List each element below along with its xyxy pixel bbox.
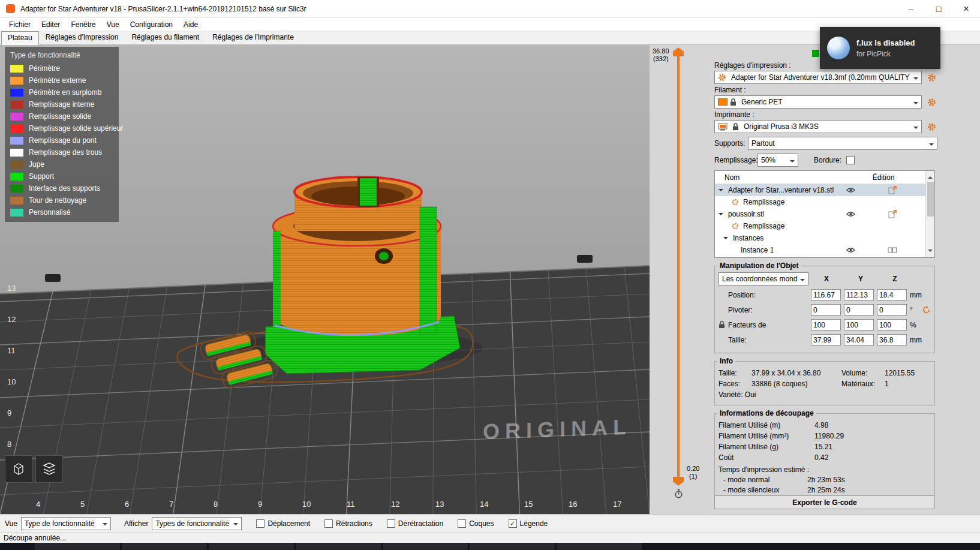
visibility-eye-icon[interactable] (841, 187, 859, 193)
legende-checkbox[interactable] (509, 519, 517, 528)
position-z-input[interactable] (877, 289, 907, 300)
view-layers-button[interactable] (35, 455, 63, 483)
rotate-x-input[interactable] (811, 304, 841, 315)
object-list-header: Nom Édition (715, 171, 934, 184)
deretractation-checkbox[interactable] (387, 519, 395, 528)
setting-row-remplissage[interactable]: Remplissage (715, 220, 934, 232)
deplacement-checkbox[interactable] (256, 519, 264, 528)
filament-m-value: 4.98 (814, 421, 828, 429)
maximize-button[interactable]: □ (925, 0, 952, 17)
coques-checkbox[interactable] (458, 519, 466, 528)
taskbar-item[interactable] (122, 543, 207, 550)
checkbox-legende[interactable]: Légende (509, 519, 548, 528)
filament-combo[interactable]: Generic PET (714, 95, 922, 109)
scale-lock-icon[interactable] (719, 321, 728, 329)
infill-combo[interactable]: 50% (757, 154, 798, 167)
layer-slider-range[interactable] (677, 55, 680, 478)
export-gcode-button[interactable]: Exporter le G-code (714, 495, 935, 509)
minimize-button[interactable]: – (897, 0, 925, 17)
mode-simple-icon (812, 50, 819, 57)
brim-checkbox[interactable] (846, 156, 855, 164)
size-y-input[interactable] (844, 334, 874, 345)
vue-combo[interactable]: Type de fonctionnalité (21, 517, 111, 530)
infill-setting-icon (732, 223, 739, 230)
cost-value: 0.42 (814, 453, 828, 462)
afficher-combo[interactable]: Types de fonctionnalité (152, 517, 242, 530)
menu-vue[interactable]: Vue (101, 18, 125, 31)
checkbox-deplacement[interactable]: Déplacement (256, 519, 310, 528)
layer-slider-handle-bottom[interactable] (673, 477, 684, 486)
legend-label: Remplissage du pont (29, 136, 97, 145)
layer-time-clock-icon[interactable] (674, 489, 683, 500)
object-row-adapter[interactable]: Adapter for Star...venturer v18.stl (715, 184, 934, 196)
scale-x-input[interactable] (811, 319, 841, 330)
rotate-z-input[interactable] (877, 304, 907, 315)
expander-icon[interactable] (719, 189, 723, 194)
position-y-input[interactable] (844, 289, 874, 300)
menu-fichier[interactable]: Fichier (4, 18, 36, 31)
setting-row-remplissage[interactable]: Remplissage (715, 196, 934, 208)
model-object[interactable] (177, 177, 483, 390)
printer-combo[interactable]: Original Prusa i3 MK3S (714, 120, 922, 133)
taskbar-item[interactable] (557, 543, 642, 550)
viewport-3d[interactable]: ORIGINAL 4567891011121314151617 13121110… (0, 45, 650, 514)
expander-icon[interactable] (723, 237, 728, 242)
instances-group-row[interactable]: Instances (715, 232, 934, 244)
tab-reglages-filament[interactable]: Réglages du filament (125, 31, 206, 44)
scrollbar-thumb[interactable] (927, 182, 934, 217)
taskbar-item[interactable] (209, 543, 294, 550)
menu-editer[interactable]: Editer (36, 18, 65, 31)
coordinate-system-combo[interactable]: Les coordonnées mondi (719, 272, 808, 285)
size-z-input[interactable] (877, 334, 907, 345)
instance-row[interactable]: Instance 1 (715, 244, 934, 256)
menu-aide[interactable]: Aide (178, 18, 203, 31)
flux-logo-icon (827, 37, 850, 59)
filament-gear-button[interactable] (925, 96, 937, 108)
windows-taskbar (0, 543, 980, 550)
tab-reglages-imprimante[interactable]: Réglages de l'Imprimante (206, 31, 300, 44)
scroll-up-icon[interactable] (928, 174, 933, 179)
scale-z-input[interactable] (877, 319, 907, 330)
checkbox-deretractation[interactable]: Dérétractation (387, 519, 443, 528)
size-x-input[interactable] (811, 334, 841, 345)
checkbox-retractions[interactable]: Rétractions (324, 519, 372, 528)
taskbar-item[interactable] (296, 543, 381, 550)
title-bar: Adapter for Star Adventurer v18 - PrusaS… (0, 0, 980, 18)
checkbox-coques[interactable]: Coques (458, 519, 494, 528)
printer-gear-button[interactable] (925, 121, 937, 133)
object-settings-icon[interactable] (859, 186, 925, 194)
instances-icon[interactable] (859, 247, 925, 254)
legend-item: Périmètre (5, 62, 119, 74)
flux-notification[interactable]: f.lux is disabled for PicPick (820, 27, 940, 69)
print-settings-gear-button[interactable] (925, 71, 937, 83)
reset-rotation-icon[interactable] (922, 305, 931, 314)
view-3d-button[interactable] (5, 455, 32, 483)
taskbar-item[interactable] (383, 543, 468, 550)
object-list-scrollbar[interactable] (925, 171, 934, 257)
tab-reglages-impression[interactable]: Réglages d'Impression (39, 31, 125, 44)
taskbar-item[interactable] (35, 543, 120, 550)
expander-icon[interactable] (719, 213, 723, 218)
tab-plateau[interactable]: Plateau (1, 31, 39, 45)
supports-label: Supports: (714, 139, 748, 148)
close-button[interactable]: × (952, 0, 980, 17)
layer-top-height: 36.80 (653, 47, 669, 55)
supports-combo[interactable]: Partout (748, 137, 937, 150)
visibility-eye-icon[interactable] (841, 247, 859, 253)
scale-y-input[interactable] (844, 319, 874, 330)
legend-item: Tour de nettoyage (5, 194, 119, 206)
scroll-down-icon[interactable] (928, 250, 933, 254)
position-x-input[interactable] (811, 289, 841, 300)
visibility-eye-icon[interactable] (841, 211, 859, 217)
menu-fenetre[interactable]: Fenêtre (65, 18, 101, 31)
rotate-y-input[interactable] (844, 304, 874, 315)
taskbar-item[interactable] (470, 543, 555, 550)
print-settings-combo[interactable]: Adapter for Star Adventurer v18.3mf (0.2… (714, 71, 922, 84)
chevron-down-icon (929, 143, 934, 148)
layer-slider-handle-top[interactable] (673, 47, 684, 56)
menu-configuration[interactable]: Configuration (125, 18, 178, 31)
object-row-poussoir[interactable]: poussoir.stl (715, 208, 934, 220)
retractions-checkbox[interactable] (324, 519, 333, 528)
flux-subtitle: for PicPick (856, 50, 915, 58)
object-settings-icon[interactable] (859, 210, 925, 218)
